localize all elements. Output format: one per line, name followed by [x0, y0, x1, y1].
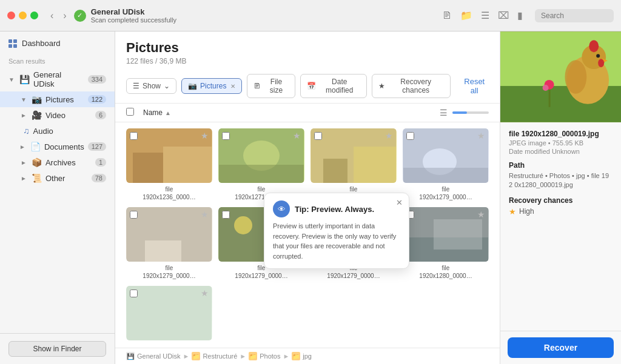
- sidebar-item-archives[interactable]: ► 📦 Archives 1: [0, 154, 115, 170]
- count-other: 78: [92, 174, 106, 182]
- sidebar-item-general-udisk[interactable]: ▼ 💾 General UDisk 334: [0, 67, 115, 91]
- recovery-level-row: ★ High: [509, 207, 613, 216]
- path-value: Restructuré • Photos • jpg • file 192 0x…: [509, 171, 613, 190]
- eye-icon: 👁: [273, 200, 290, 217]
- image-grid-container[interactable]: ★ file1920x1236_0000… ★: [115, 122, 500, 348]
- pictures-filter-button[interactable]: 📷 Pictures ✕: [181, 78, 242, 94]
- file-icon[interactable]: 🖹: [442, 10, 452, 21]
- pictures-filter-icon: 📷: [188, 82, 197, 90]
- list-view-icon[interactable]: ☰: [481, 10, 489, 21]
- star-button-4[interactable]: ★: [477, 131, 485, 141]
- sidebar-item-other[interactable]: ► 📜 Other 78: [0, 170, 115, 186]
- sidebar-item-documents[interactable]: ► 📄 Documents 127: [0, 139, 115, 154]
- all-checkbox-input[interactable]: [126, 108, 134, 116]
- image-label-8: file1920x1280_0000…: [419, 264, 472, 280]
- sidebar-label-other: Other: [45, 174, 88, 183]
- image-checkbox-4[interactable]: [406, 132, 414, 140]
- nav-forward-button[interactable]: ›: [61, 9, 69, 22]
- image-checkbox-5[interactable]: [130, 211, 138, 219]
- close-button[interactable]: [7, 12, 15, 19]
- nav-back-button[interactable]: ‹: [48, 9, 56, 22]
- recover-button[interactable]: Recover: [508, 337, 614, 358]
- main-content: Pictures 122 files / 36,9 MB ☰ Show ⌄ 📷 …: [115, 31, 500, 364]
- app-subtitle: Scan completed successfully: [91, 16, 437, 24]
- date-modified-filter-button[interactable]: 📅 Date modified: [300, 74, 367, 98]
- column-filter-button[interactable]: ☰: [440, 108, 448, 117]
- thumbnail-8[interactable]: [403, 207, 489, 262]
- sidebar-item-audio[interactable]: ♫ Audio: [0, 123, 115, 139]
- maximize-button[interactable]: [30, 12, 38, 19]
- show-in-finder-button[interactable]: Show in Finder: [8, 341, 106, 357]
- recovery-chances-filter-button[interactable]: ★ Recovery chances: [372, 74, 451, 98]
- image-checkbox-6[interactable]: [222, 211, 230, 219]
- reset-all-button[interactable]: Reset all: [460, 77, 489, 95]
- list-item: ★ file1920x1279_0000…: [126, 207, 212, 280]
- select-all-checkbox[interactable]: [126, 107, 138, 118]
- size-slider[interactable]: [452, 111, 489, 114]
- star-button-2[interactable]: ★: [293, 131, 301, 141]
- recovery-chances-section-title: Recovery chances: [509, 196, 613, 205]
- file-size-filter-button[interactable]: 🖹 File size: [247, 74, 295, 98]
- grid-view-icon[interactable]: ⌧: [498, 10, 509, 21]
- file-date-modified: Date modified Unknown: [509, 148, 613, 155]
- star-button-5[interactable]: ★: [201, 210, 209, 219]
- image-checkbox-3[interactable]: [314, 132, 322, 140]
- page-subtitle: 122 files / 36,9 MB: [126, 57, 489, 65]
- star-button-1[interactable]: ★: [201, 131, 209, 141]
- svg-rect-11: [403, 168, 488, 183]
- breadcrumb: 💾 General UDisk ► 📁 Restructuré ► 📁 Phot…: [115, 348, 500, 364]
- file-icon-filter: 🖹: [253, 82, 261, 90]
- filter-bar: ☰ Show ⌄ 📷 Pictures ✕ 🖹 File size 📅 Date…: [115, 69, 500, 104]
- star-button-3[interactable]: ★: [385, 131, 393, 141]
- thumbnail-2[interactable]: [218, 128, 304, 183]
- sidebar-item-video[interactable]: ► 🎥 Video 6: [0, 107, 115, 123]
- right-panel: file 1920x1280_000019.jpg JPEG image • 7…: [500, 31, 621, 364]
- count-documents: 127: [88, 142, 106, 151]
- panel-icon[interactable]: ▮: [517, 10, 523, 21]
- svg-point-35: [543, 85, 549, 91]
- folder-icon[interactable]: 📁: [460, 10, 472, 21]
- image-label-1: file1920x1236_0000…: [143, 185, 195, 201]
- svg-point-28: [589, 40, 599, 52]
- slider-track: [452, 111, 489, 114]
- path-section-title: Path: [509, 161, 613, 170]
- close-pictures-filter-icon[interactable]: ✕: [230, 83, 235, 90]
- thumbnail-5[interactable]: [126, 207, 212, 262]
- titlebar: ‹ › ✓ General UDisk Scan completed succe…: [0, 0, 621, 31]
- thumbnail-9[interactable]: [126, 286, 212, 340]
- svg-rect-13: [145, 240, 181, 262]
- slider-fill: [452, 111, 467, 114]
- window-controls: [7, 12, 38, 19]
- thumbnail-4[interactable]: [403, 128, 489, 183]
- dashboard-label: Dashboard: [22, 39, 61, 48]
- star-button-9[interactable]: ★: [201, 288, 209, 298]
- chevron-icon-other: ►: [21, 175, 27, 182]
- list-item: ★ file1920x1236_0000…: [126, 128, 212, 201]
- file-name: file 1920x1280_000019.jpg: [509, 130, 613, 138]
- chevron-down-icon: ⌄: [164, 82, 170, 90]
- search-input[interactable]: [535, 9, 614, 22]
- sidebar-item-pictures[interactable]: ▼ 📷 Pictures 122: [0, 91, 115, 107]
- image-checkbox-9[interactable]: [130, 290, 138, 297]
- right-panel-footer: Recover: [500, 331, 621, 364]
- sidebar-item-dashboard[interactable]: Dashboard: [0, 31, 115, 55]
- scan-complete-icon: ✓: [74, 10, 86, 22]
- breadcrumb-label-photos: Photos: [260, 352, 280, 360]
- thumbnail-1[interactable]: [126, 128, 212, 183]
- show-filter-button[interactable]: ☰ Show ⌄: [126, 78, 176, 94]
- tooltip-close-button[interactable]: ✕: [396, 198, 403, 207]
- sidebar-label-video: Video: [45, 111, 92, 120]
- list-item: ★ file1920x1275_0000…: [310, 128, 397, 201]
- minimize-button[interactable]: [19, 12, 27, 19]
- folder-breadcrumb-icon-2: 📁: [249, 352, 257, 360]
- thumbnail-3[interactable]: [310, 128, 397, 183]
- recovery-chances-label: Recovery chances: [388, 78, 444, 94]
- image-checkbox-1[interactable]: [130, 132, 138, 140]
- image-checkbox-2[interactable]: [222, 132, 230, 140]
- name-label: Name: [143, 108, 163, 117]
- star-button-8[interactable]: ★: [477, 210, 485, 219]
- breadcrumb-item-restructure: 📁 Restructuré: [192, 352, 237, 360]
- svg-rect-21: [434, 219, 482, 250]
- other-icon: 📜: [32, 173, 42, 183]
- sidebar-label-documents: Documents: [44, 142, 84, 151]
